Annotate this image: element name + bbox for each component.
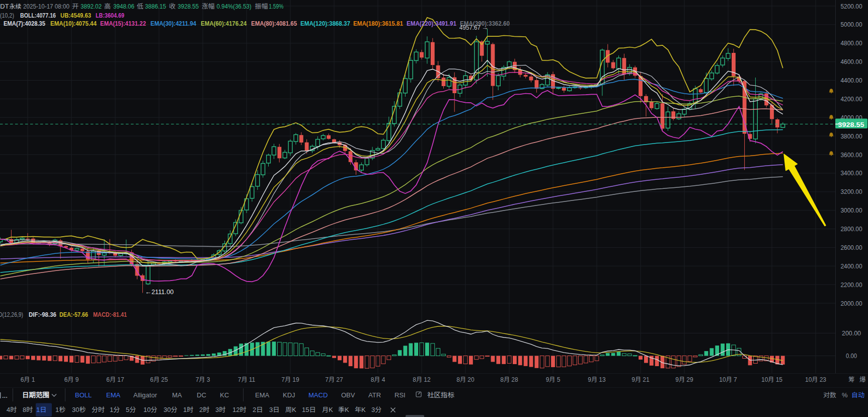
svg-text:5分: 5分 (126, 406, 136, 413)
svg-text:筹: 筹 (848, 376, 855, 383)
svg-text:2600.00: 2600.00 (841, 244, 862, 251)
svg-text:8月 20: 8月 20 (456, 376, 475, 383)
svg-text:2日: 2日 (253, 406, 263, 413)
svg-text:→: → (482, 24, 488, 31)
svg-text:自动: 自动 (851, 391, 864, 399)
svg-text:30分: 30分 (164, 406, 177, 413)
svg-text:涨幅: 涨幅 (202, 3, 215, 10)
svg-text:3800.00: 3800.00 (841, 133, 862, 140)
svg-text:7月 19: 7月 19 (281, 376, 299, 383)
svg-text:DC: DC (197, 391, 206, 399)
svg-text:9月 13: 9月 13 (588, 376, 606, 383)
svg-text:永续: 永续 (10, 3, 22, 10)
svg-text:3600.00: 3600.00 (841, 152, 862, 159)
svg-text:UB:4549.63: UB:4549.63 (60, 12, 91, 19)
svg-text:10月 23: 10月 23 (805, 376, 826, 383)
svg-text:3200.00: 3200.00 (841, 188, 862, 195)
svg-text:ATR: ATR (368, 391, 381, 399)
svg-text:DEA:-57.66: DEA:-57.66 (59, 311, 88, 318)
svg-text:振幅: 振幅 (255, 3, 268, 10)
svg-text:4400.00: 4400.00 (841, 77, 862, 84)
svg-text:EMA(15):4131.22: EMA(15):4131.22 (100, 20, 146, 27)
svg-text:7月 3: 7月 3 (196, 376, 210, 383)
svg-text:Alligator: Alligator (133, 391, 157, 399)
svg-text:5000.00: 5000.00 (841, 21, 862, 28)
svg-text:低: 低 (137, 3, 143, 10)
svg-text:6月 25: 6月 25 (150, 376, 168, 383)
svg-text:2时: 2时 (199, 406, 209, 413)
svg-text:开: 开 (72, 3, 78, 10)
svg-text:12时: 12时 (232, 406, 246, 413)
svg-text:0.94%(36.53): 0.94%(36.53) (217, 3, 252, 10)
svg-text:周K: 周K (285, 406, 296, 413)
svg-text:1分: 1分 (110, 406, 120, 413)
svg-text:1日: 1日 (36, 406, 46, 413)
svg-text:EMA(7):4028.35: EMA(7):4028.35 (4, 20, 45, 27)
svg-text:3892.02: 3892.02 (81, 3, 102, 10)
svg-text:EMA(80):4081.65: EMA(80):4081.65 (251, 20, 297, 27)
svg-text:9月 5: 9月 5 (546, 376, 561, 383)
svg-text:3时: 3时 (215, 406, 225, 413)
svg-text:KDJ: KDJ (283, 391, 295, 399)
svg-text:EMA(120):3868.37: EMA(120):3868.37 (300, 20, 350, 27)
svg-text:EMA(220):3491.91: EMA(220):3491.91 (407, 20, 456, 27)
svg-text:月K: 月K (322, 406, 333, 413)
svg-text:社区指标: 社区指标 (427, 391, 454, 399)
svg-text:6月 17: 6月 17 (106, 376, 124, 383)
svg-text:0.00: 0.00 (846, 353, 857, 360)
svg-text:3928.55: 3928.55 (178, 3, 199, 10)
svg-text:MACD:-81.41: MACD:-81.41 (93, 311, 127, 318)
svg-text:...: ... (2, 392, 8, 399)
svg-text:30秒: 30秒 (72, 406, 86, 413)
svg-text:(10,2): (10,2) (0, 12, 14, 19)
svg-text:MACD: MACD (308, 391, 328, 399)
svg-text:年K: 年K (355, 406, 366, 413)
svg-text:3000.00: 3000.00 (841, 207, 862, 214)
svg-text:EMA(60):4176.24: EMA(60):4176.24 (201, 20, 247, 27)
svg-text:RSI: RSI (394, 391, 406, 399)
svg-text:8月 4: 8月 4 (371, 376, 385, 383)
svg-text:收: 收 (169, 3, 176, 10)
svg-text:5200.00: 5200.00 (841, 3, 862, 10)
svg-text:3886.15: 3886.15 (145, 3, 166, 10)
svg-text:200.00: 200.00 (842, 330, 861, 337)
svg-text:6月 9: 6月 9 (64, 376, 79, 383)
svg-text:BOLL: BOLL (75, 391, 92, 399)
svg-text:爆: 爆 (859, 376, 866, 383)
svg-text:4600.00: 4600.00 (841, 58, 862, 65)
svg-text:1时: 1时 (183, 406, 193, 413)
svg-text:KC: KC (220, 391, 229, 399)
svg-text:MA: MA (172, 391, 182, 399)
svg-text:DIF:-98.36: DIF:-98.36 (29, 311, 56, 318)
svg-text:EMA(10):4075.44: EMA(10):4075.44 (50, 20, 97, 27)
svg-text:分时: 分时 (92, 406, 105, 413)
svg-text:季K: 季K (338, 406, 349, 413)
svg-text:2400.00: 2400.00 (841, 263, 862, 270)
svg-text:BOLL:4077.16: BOLL:4077.16 (20, 12, 56, 19)
svg-text:8月 12: 8月 12 (413, 376, 431, 383)
svg-text:1秒: 1秒 (55, 406, 65, 413)
svg-text:9月 29: 9月 29 (675, 376, 693, 383)
svg-text:←: ← (145, 288, 151, 296)
svg-text:3948.06: 3948.06 (113, 3, 134, 10)
svg-text:日期范围: 日期范围 (22, 391, 49, 399)
svg-text:LB:3604.69: LB:3604.69 (96, 12, 124, 19)
svg-text:EMA(30):4211.94: EMA(30):4211.94 (150, 20, 196, 27)
svg-text:3928.55: 3928.55 (838, 121, 864, 128)
svg-text:%: % (842, 391, 848, 399)
svg-text:EMA(180):3615.81: EMA(180):3615.81 (353, 20, 403, 27)
svg-text:2025-10-17 08:00: 2025-10-17 08:00 (23, 3, 69, 10)
svg-text:EMA: EMA (106, 391, 121, 399)
svg-text:3日: 3日 (269, 406, 279, 413)
svg-text:10月 15: 10月 15 (761, 376, 782, 383)
svg-text:7月 11: 7月 11 (238, 376, 256, 383)
svg-text:7月 27: 7月 27 (325, 376, 343, 383)
svg-text:4800.00: 4800.00 (841, 40, 862, 47)
svg-text:9月 21: 9月 21 (632, 376, 650, 383)
svg-text:10月 7: 10月 7 (719, 376, 737, 383)
svg-text:高: 高 (104, 3, 111, 10)
svg-text:OBV: OBV (341, 391, 355, 399)
svg-text:1.59%: 1.59% (269, 3, 283, 10)
svg-text:4957.67: 4957.67 (459, 24, 481, 31)
svg-text:4时: 4时 (7, 406, 17, 413)
